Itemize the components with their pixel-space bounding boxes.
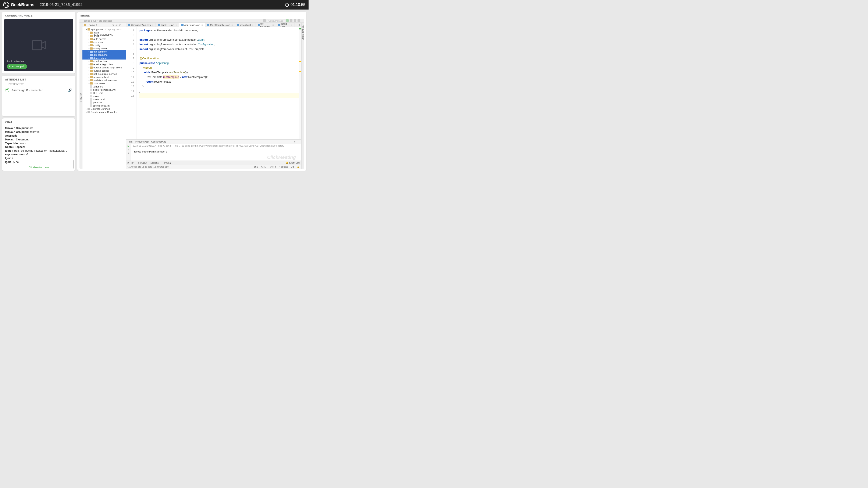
tree-item[interactable]: ▸Scratches and Consoles [83, 110, 126, 113]
marker-strip[interactable] [299, 27, 301, 139]
search-icon[interactable] [298, 19, 300, 22]
tree-item[interactable]: docker-compose.yml [83, 88, 126, 91]
camera-video[interactable]: Audio attendee: Александр Ф. [4, 19, 73, 71]
svg-rect-0 [32, 40, 41, 50]
gear-icon[interactable]: ⚙ [293, 140, 296, 143]
gear-icon[interactable]: ⚙ [119, 24, 121, 26]
up-icon[interactable]: ↑ [128, 148, 129, 151]
tree-item[interactable]: ▸config [83, 44, 126, 47]
build-icon[interactable] [263, 19, 266, 22]
hide-icon[interactable]: — [122, 24, 124, 26]
close-icon[interactable]: × [201, 24, 203, 26]
scrollbar-thumb[interactable] [73, 160, 74, 169]
tree-item[interactable]: pom.xml [83, 101, 126, 104]
tab-maven[interactable]: Maven [302, 34, 304, 40]
tree-item[interactable]: ▸zuul-server [83, 82, 126, 85]
editor-tab[interactable]: spring-cloud× [276, 23, 295, 27]
editor-tab[interactable]: dto-consumer× [256, 23, 276, 27]
tree-item[interactable]: ▸eureka-feign-client [83, 63, 126, 66]
rerun-icon[interactable]: ▶ [128, 145, 129, 148]
down-icon[interactable]: ⤓ [127, 152, 129, 154]
close-icon[interactable]: × [272, 24, 274, 26]
ide-right-tool-tabs[interactable]: Ant Build Maven [301, 23, 304, 169]
tree-root[interactable]: ▾ spring-cloud C:\spring-cloud [83, 28, 126, 31]
tree-item[interactable]: mvnw.cmd [83, 98, 126, 101]
attendee-row[interactable]: Александр Ф. - Presenter 🔊 [2, 87, 75, 93]
crumb[interactable]: dto-producer [99, 20, 112, 22]
close-icon[interactable]: × [176, 24, 177, 26]
warning-marker[interactable] [299, 71, 301, 72]
warning-marker[interactable] [299, 61, 301, 62]
warning-marker[interactable] [299, 64, 301, 64]
close-icon[interactable]: × [231, 24, 233, 26]
tree-item[interactable]: spring-cloud.iml [83, 104, 126, 107]
tree-item[interactable]: .gitignore [83, 85, 126, 88]
project-tree[interactable]: ▾ spring-cloud C:\spring-cloud ▸.idea▸.m… [83, 27, 126, 169]
file-icon [128, 24, 130, 26]
tree-item[interactable]: ▸secured-client [83, 75, 126, 78]
tool-statistic[interactable]: Statistic [151, 162, 159, 164]
tree-item[interactable]: HELP.md [83, 91, 126, 94]
tree-item[interactable]: ▸common [83, 40, 126, 44]
tool-run[interactable]: ▶ Run [128, 161, 134, 164]
tree-item[interactable]: ▸statistic-chain-service [83, 78, 126, 82]
tree-item[interactable]: ▸.mvn [83, 34, 126, 37]
encoding[interactable]: UTF-8 [270, 165, 276, 168]
tree-item[interactable]: mvnw [83, 94, 126, 98]
tool-todo[interactable]: ≡ TODO [138, 162, 147, 164]
editor-tab[interactable]: ConsumerApp.java× [126, 23, 156, 27]
tree-item[interactable]: ▸auth-server [83, 37, 126, 40]
tree-item[interactable]: ▸dto-common [83, 50, 126, 53]
close-icon[interactable]: × [252, 24, 253, 26]
line-sep[interactable]: CRLF [261, 165, 267, 168]
tab-ant[interactable]: Ant Build [302, 23, 304, 33]
code-area[interactable]: package com.flamexander.cloud.dto.consum… [136, 27, 299, 139]
target-icon[interactable]: ⊕ [112, 24, 114, 26]
stop-icon[interactable] [294, 19, 296, 22]
minimize-icon[interactable]: — [297, 140, 300, 143]
run-tab[interactable]: ProducerApp [135, 140, 149, 143]
editor-content[interactable]: 123456789101112131415 package com.flamex… [126, 27, 301, 139]
git-branch[interactable]: ⎇ [291, 165, 294, 168]
debug-icon[interactable] [290, 19, 292, 22]
tree-item[interactable]: ▸External Libraries [83, 107, 126, 110]
sound-icon[interactable]: 🔊 [68, 88, 72, 92]
tree-item[interactable]: ▸eureka-service [83, 69, 126, 72]
tree-item[interactable]: ▸dto-producer [83, 56, 126, 60]
run-tab[interactable]: ConsumerApp [151, 140, 166, 143]
caret-pos[interactable]: 15:1 [254, 165, 258, 168]
indent[interactable]: 4 spaces [279, 165, 288, 168]
close-icon[interactable]: × [152, 24, 153, 26]
run-icon[interactable] [286, 19, 289, 22]
tree-item[interactable]: ▸not-cloud-rest-service [83, 72, 126, 75]
editor-tab[interactable]: AppConfig.java× [179, 23, 205, 27]
tab-project[interactable]: 1: Project [80, 93, 82, 102]
audio-label: Audio attendee: [7, 60, 25, 63]
chat-footer[interactable]: ClickMeeting.com [2, 164, 75, 171]
brand: GeekBrains [3, 2, 34, 8]
tool-terminal[interactable]: Terminal [162, 162, 172, 164]
tree-item[interactable]: ▸config-server [83, 47, 126, 50]
tree-item[interactable]: ▸eureka-client [83, 60, 126, 63]
chat-title: CHAT [2, 119, 75, 126]
collapse-icon[interactable]: ⇲ [116, 24, 117, 26]
tabs-overflow[interactable]: ⋮≡ [295, 23, 301, 27]
audio-attendee-badge[interactable]: Александр Ф. [7, 64, 27, 69]
editor-tab[interactable]: CatDTO.java× [156, 23, 179, 27]
tree-item[interactable]: ▸.idea [83, 31, 126, 34]
project-dropdown[interactable]: Project [88, 24, 95, 26]
editor-tab[interactable]: index.html× [235, 23, 256, 27]
chat-body[interactable]: Михаил Смирнов: агаМихаил Смирнов: понят… [2, 126, 75, 164]
editor-tab[interactable]: MainController.java× [205, 23, 235, 27]
avatar-icon [5, 88, 9, 92]
share-title: SHARE [78, 12, 306, 19]
lock-icon[interactable]: 🔒 [297, 165, 300, 168]
close-icon[interactable]: × [291, 24, 292, 26]
tree-item[interactable]: ▸eureka-oauth2-feign-client [83, 66, 126, 69]
run-config[interactable]: ConsumerApp [267, 19, 285, 22]
crumb[interactable]: spring-cloud [84, 20, 96, 22]
tree-item[interactable]: ▸dto-consumer [83, 53, 126, 56]
ide-left-tool-tabs[interactable]: 1: Project 7: Structure 2: Favorites [80, 23, 83, 169]
attendee-group[interactable]: PRESENTERS [2, 83, 75, 87]
tool-event-log[interactable]: 🔔 Event Log [285, 161, 300, 164]
